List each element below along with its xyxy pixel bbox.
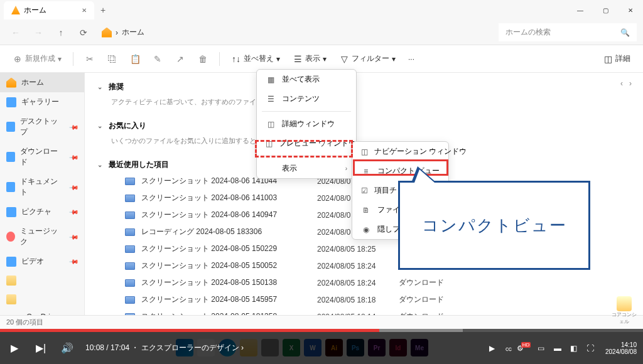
sidebar-item-desktop[interactable]: デスクトップ📌 (0, 112, 84, 142)
next-icon[interactable]: › (629, 79, 632, 88)
image-file-icon (125, 313, 135, 316)
section-header[interactable]: ⌄お気に入り (97, 118, 630, 134)
compact-icon: ≡ (361, 166, 371, 176)
tray-fullscreen-icon[interactable]: ⛶ (585, 343, 595, 353)
file-name: スクリーンショット 2024-08-06 140947 (141, 210, 311, 220)
browser-tab[interactable]: ホーム ✕ (4, 1, 94, 19)
play-button[interactable]: ▶ (6, 340, 23, 356)
prev-icon[interactable]: ‹ (620, 79, 623, 88)
new-tab-button[interactable]: + (94, 1, 112, 19)
search-input[interactable]: ホームの検索 🔍 (499, 23, 637, 41)
file-row[interactable]: スクリーンショット 2024-08-05 1459572024/08/05 18… (97, 291, 630, 308)
tray-theater-icon[interactable]: ▬ (553, 343, 563, 353)
address-bar[interactable]: › ホーム (97, 24, 495, 40)
delete-button[interactable]: 🗑 (193, 51, 213, 67)
section-recommended: ⌄推奨 アクティビティに基づいて、おすすめのファイルがここに表示 (97, 79, 630, 109)
file-name: スクリーンショット 2024-08-05 150229 (141, 244, 311, 254)
sidebar-item-onedrive[interactable]: ›☁OneDrive (0, 309, 84, 315)
file-date: 2024/08/05 18:24 (317, 262, 392, 270)
tab-title: ホーム (24, 5, 46, 16)
tray-clock[interactable]: 14:10 2024/08/08 (605, 341, 637, 355)
sidebar-item-downloads[interactable]: ダウンロード📌 (0, 142, 84, 172)
trash-icon: 🗑 (198, 54, 208, 64)
copy-button[interactable]: ⿻ (102, 51, 122, 67)
details-pane-button[interactable]: ◫詳細 (598, 50, 635, 67)
volume-button[interactable]: 🔊 (59, 340, 75, 356)
paste-button[interactable]: 📋 (125, 51, 145, 67)
close-tab-icon[interactable]: ✕ (82, 7, 87, 14)
file-name: スクリーンショット 2024-08-06 141003 (141, 193, 311, 203)
new-button[interactable]: ⊕新規作成▾ (8, 50, 67, 67)
videos-icon (6, 257, 16, 267)
share-button[interactable]: ↗ (170, 51, 190, 67)
folder-icon (6, 276, 16, 286)
forward-button[interactable]: → (29, 23, 48, 42)
sidebar-folder[interactable] (0, 290, 84, 309)
chevron-down-icon: ⌄ (97, 161, 102, 168)
home-icon (11, 6, 20, 14)
view-button[interactable]: ☰表示▾ (288, 50, 332, 67)
folder-icon (6, 294, 16, 304)
watermark-logo: コアコンシェル (612, 296, 637, 325)
back-button[interactable]: ← (6, 23, 25, 42)
file-name: スクリーンショット 2024-08-05 181358 (141, 311, 311, 315)
sidebar-item-documents[interactable]: ドキュメント📌 (0, 172, 84, 202)
pane-icon: ◫ (266, 119, 276, 129)
sidebar-item-music[interactable]: ミュージック📌 (0, 222, 84, 252)
sort-icon: ↑↓ (231, 54, 241, 64)
video-progress[interactable] (0, 329, 643, 332)
file-row[interactable]: スクリーンショット 2024-08-05 1813582024/08/05 18… (97, 308, 630, 315)
sidebar-item-home[interactable]: ホーム (0, 73, 84, 92)
downloads-icon (6, 152, 15, 162)
file-location: ダウンロード (399, 277, 444, 288)
tray-captions-icon[interactable]: ㏄ (504, 343, 514, 353)
rename-button[interactable]: ✎ (148, 51, 168, 67)
file-name: スクリーンショット 2024-08-05 145957 (141, 294, 311, 305)
menu-item-show[interactable]: 表示› (257, 159, 356, 178)
refresh-button[interactable]: ⟳ (74, 23, 93, 42)
minimize-button[interactable]: — (568, 0, 593, 20)
section-description: アクティビティに基づいて、おすすめのファイルがここに表示 (97, 95, 630, 109)
system-tray: ▶ ㏄ ⚙HD ▭ ▬ ◧ ⛶ 14:10 2024/08/08 (487, 341, 637, 355)
view-icon: ☰ (293, 54, 303, 64)
tray-autoplay-icon[interactable]: ▶ (487, 343, 497, 353)
sidebar-item-gallery[interactable]: ギャラリー (0, 92, 84, 112)
tray-miniplayer-icon[interactable]: ▭ (536, 343, 546, 353)
gallery-icon (6, 97, 16, 107)
breadcrumb-sep: › (116, 28, 118, 37)
menu-item-details-pane[interactable]: ◫詳細ウィンドウ (257, 114, 356, 134)
menu-item-content[interactable]: ☰コンテンツ (257, 89, 356, 109)
filter-button[interactable]: ▽フィルター▾ (334, 50, 401, 67)
pin-icon: 📌 (69, 152, 79, 162)
pin-icon: 📌 (69, 232, 79, 242)
tray-app-icon[interactable]: ◧ (569, 343, 579, 353)
home-icon (6, 78, 16, 88)
tray-settings-icon[interactable]: ⚙HD (520, 343, 530, 353)
next-button[interactable]: ▶| (33, 340, 49, 356)
paste-icon: 📋 (130, 54, 140, 64)
pane-icon: ◫ (266, 139, 273, 149)
rename-icon: ✎ (153, 54, 163, 64)
file-name: レコーディング 2024-08-05 183306 (141, 227, 311, 237)
close-button[interactable]: ✕ (618, 0, 643, 20)
sort-button[interactable]: ↑↓並べ替え▾ (226, 50, 285, 67)
menu-item-preview-pane[interactable]: ◫プレビュー ウィンドウ (257, 134, 356, 153)
image-file-icon (125, 296, 135, 304)
sidebar-folder[interactable] (0, 271, 84, 290)
eye-icon: ◉ (361, 225, 371, 235)
cut-button[interactable]: ✂ (80, 51, 100, 67)
desktop-icon (6, 122, 15, 132)
file-date: 2024/08/05 18:25 (317, 245, 392, 254)
share-icon: ↗ (175, 54, 185, 64)
menu-item-nav-pane[interactable]: ◫ナビゲーション ウィンドウ (352, 142, 448, 161)
maximize-button[interactable]: ▢ (593, 0, 618, 20)
file-row[interactable]: スクリーンショット 2024-08-05 1501382024/08/05 18… (97, 274, 630, 291)
more-button[interactable]: ··· (403, 51, 419, 67)
content-icon: ☰ (266, 94, 276, 104)
sidebar-item-videos[interactable]: ビデオ📌 (0, 252, 84, 271)
nav-toolbar: ← → ↑ ⟳ › ホーム ホームの検索 🔍 (0, 20, 643, 45)
up-button[interactable]: ↑ (51, 23, 70, 42)
menu-item-tiles[interactable]: ▦並べて表示 (257, 70, 356, 89)
section-header[interactable]: ⌄推奨 (97, 79, 630, 95)
sidebar-item-pictures[interactable]: ピクチャ📌 (0, 202, 84, 222)
